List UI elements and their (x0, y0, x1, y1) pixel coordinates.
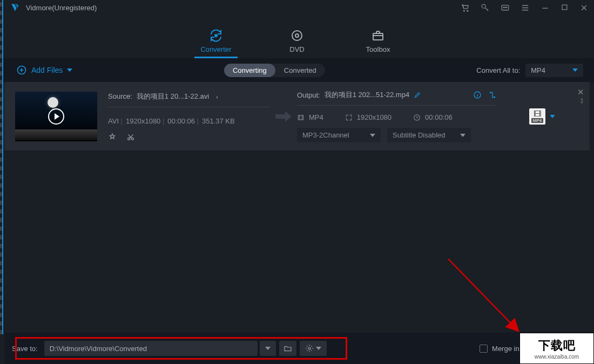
output-duration: 00:00:06 (425, 113, 453, 121)
audio-value: MP3-2Channel (302, 131, 349, 139)
seg-converting[interactable]: Converting (224, 64, 275, 77)
convert-all-label: Convert All to: (476, 66, 520, 74)
save-path-dropdown[interactable] (260, 341, 276, 356)
file-item: Source: 我的项目1 20...1-22.avi AVI 1920x108… (4, 82, 590, 150)
tab-toolbox[interactable]: Toolbox (356, 29, 400, 58)
seg-converted[interactable]: Converted (275, 64, 325, 77)
output-filename: 我的项目1 202...51-22.mp4 (325, 90, 410, 100)
play-icon[interactable] (48, 108, 64, 125)
output-label: Output: (297, 91, 320, 99)
add-files-chevron-icon (67, 68, 72, 72)
add-files-label: Add Files (31, 66, 63, 74)
status-segment: Converting Converted (224, 64, 325, 77)
svg-point-19 (308, 347, 310, 349)
subtitle-select[interactable]: Subtitle Disabled (387, 128, 471, 142)
chevron-down-icon (460, 134, 465, 137)
chevron-down-icon (316, 347, 321, 350)
maximize-icon[interactable] (561, 3, 569, 12)
watermark-title: 下载吧 (538, 338, 576, 354)
edit-icon[interactable] (414, 91, 421, 99)
source-filename: 我的项目1 20...1-22.avi (137, 92, 209, 101)
feedback-icon[interactable] (501, 3, 510, 12)
chevron-down-icon (265, 347, 271, 350)
compress-icon[interactable] (488, 91, 497, 99)
svg-point-9 (292, 31, 302, 40)
tab-converter-label: Converter (200, 45, 231, 53)
left-stripe (0, 0, 3, 334)
minimize-icon[interactable] (541, 3, 550, 12)
clock-icon (413, 114, 421, 121)
source-size: 351.37 KB (202, 117, 235, 125)
arrow-right-icon (275, 111, 292, 122)
tab-toolbox-label: Toolbox (366, 45, 390, 53)
effects-icon[interactable] (108, 133, 117, 141)
close-icon[interactable] (579, 3, 589, 12)
open-folder-button[interactable] (279, 341, 296, 356)
audio-select[interactable]: MP3-2Channel (297, 128, 381, 142)
profile-chevron-icon[interactable] (550, 115, 555, 118)
watermark-url: www.xiazaiba.com (535, 354, 579, 360)
output-profile-badge: MP4 (531, 118, 543, 123)
output-resolution: 1920x1080 (357, 113, 392, 121)
source-format: AVI (108, 117, 123, 125)
svg-point-10 (295, 34, 299, 37)
convert-all-format-value: MP4 (531, 66, 545, 74)
app-title: Vidmore(Unregistered) (26, 4, 97, 12)
key-icon[interactable] (481, 3, 490, 12)
bottom-bar: Save to: D:\Vidmore\Vidmore\Converted Me… (4, 333, 590, 364)
format-icon (297, 114, 305, 121)
save-path-value: D:\Vidmore\Vidmore\Converted (50, 345, 147, 353)
settings-button[interactable] (300, 341, 327, 356)
svg-point-5 (505, 7, 505, 8)
item-reorder-icons[interactable]: ▲▼ (579, 97, 584, 105)
svg-rect-7 (562, 5, 567, 10)
media-info-icon[interactable] (473, 91, 482, 99)
svg-rect-16 (298, 115, 303, 119)
svg-point-2 (482, 4, 485, 8)
svg-point-4 (503, 7, 504, 8)
tab-dvd[interactable]: DVD (275, 29, 319, 58)
svg-line-18 (448, 259, 518, 331)
toolbar: Add Files Converting Converted Convert A… (0, 58, 594, 82)
film-icon: 🎞 (534, 109, 541, 118)
cut-icon[interactable] (126, 133, 135, 141)
svg-point-6 (507, 7, 507, 8)
tab-converter[interactable]: Converter (194, 29, 238, 58)
output-format: MP4 (309, 113, 323, 121)
subtitle-value: Subtitle Disabled (393, 131, 446, 139)
convert-all-format-select[interactable]: MP4 (525, 64, 583, 77)
tab-dvd-label: DVD (289, 45, 304, 53)
chevron-down-icon (370, 134, 375, 137)
source-duration: 00:00:06 (167, 117, 199, 125)
menu-icon[interactable] (521, 3, 530, 12)
svg-rect-11 (373, 33, 383, 40)
svg-point-0 (463, 10, 464, 11)
source-label: Source: (108, 92, 132, 100)
save-path-input[interactable]: D:\Vidmore\Vidmore\Converted (44, 341, 258, 356)
chevron-down-icon (572, 68, 578, 72)
add-files-button[interactable]: Add Files (16, 65, 72, 75)
save-to-label: Save to: (12, 345, 38, 353)
svg-point-1 (467, 10, 468, 11)
video-thumbnail[interactable] (15, 92, 97, 141)
info-icon[interactable] (213, 93, 221, 100)
merge-checkbox[interactable] (480, 345, 488, 353)
top-nav: Converter DVD Toolbox (0, 15, 594, 58)
svg-point-8 (215, 35, 217, 37)
output-profile-button[interactable]: 🎞 MP4 (529, 108, 545, 125)
watermark: 下载吧 www.xiazaiba.com (519, 333, 594, 364)
resolution-icon (345, 114, 353, 121)
shopping-cart-icon[interactable] (461, 3, 470, 12)
source-resolution: 1920x1080 (126, 117, 164, 125)
app-logo-icon (10, 2, 21, 13)
titlebar: Vidmore(Unregistered) (0, 0, 594, 15)
